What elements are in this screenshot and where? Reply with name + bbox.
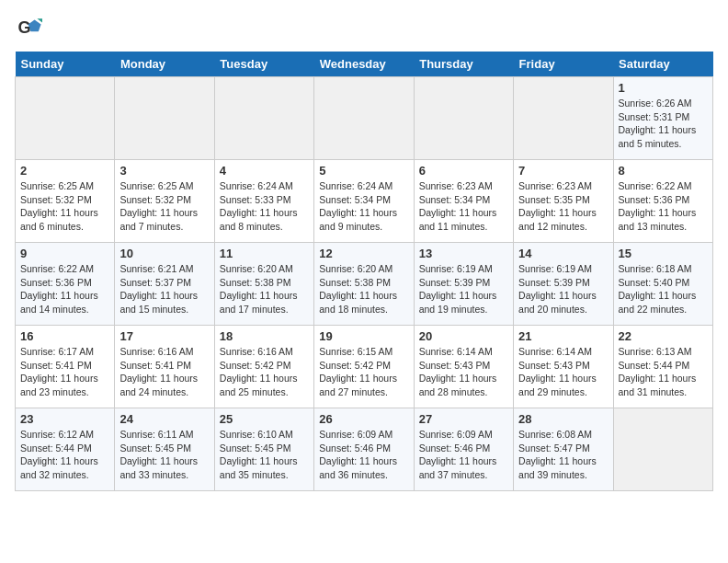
day-number: 14 [518,247,608,260]
day-cell: 3Sunrise: 6:25 AM Sunset: 5:32 PM Daylig… [115,160,214,243]
day-number: 11 [220,247,309,260]
day-number: 8 [619,164,708,178]
day-cell: 9Sunrise: 6:22 AM Sunset: 5:36 PM Daylig… [16,243,115,326]
day-cell [613,408,712,491]
day-number: 28 [518,412,608,426]
day-info: Sunrise: 6:15 AM Sunset: 5:42 PM Dayligh… [319,345,408,399]
day-info: Sunrise: 6:08 AM Sunset: 5:47 PM Dayligh… [518,428,608,482]
day-cell: 24Sunrise: 6:11 AM Sunset: 5:45 PM Dayli… [115,408,214,491]
col-header-thursday: Thursday [414,52,513,77]
day-info: Sunrise: 6:20 AM Sunset: 5:38 PM Dayligh… [220,262,309,316]
day-number: 15 [619,247,708,260]
day-number: 4 [220,164,309,178]
day-cell: 10Sunrise: 6:21 AM Sunset: 5:37 PM Dayli… [115,243,214,326]
col-header-monday: Monday [115,52,214,77]
day-number: 1 [619,81,708,95]
day-cell: 19Sunrise: 6:15 AM Sunset: 5:42 PM Dayli… [314,326,414,408]
day-info: Sunrise: 6:21 AM Sunset: 5:37 PM Dayligh… [119,262,209,316]
day-info: Sunrise: 6:24 AM Sunset: 5:33 PM Dayligh… [220,179,309,234]
day-info: Sunrise: 6:24 AM Sunset: 5:34 PM Dayligh… [319,179,408,234]
day-cell: 1Sunrise: 6:26 AM Sunset: 5:31 PM Daylig… [613,77,712,160]
day-cell: 14Sunrise: 6:19 AM Sunset: 5:39 PM Dayli… [514,243,613,326]
day-number: 10 [119,247,209,260]
day-number: 18 [220,329,309,343]
day-info: Sunrise: 6:19 AM Sunset: 5:39 PM Dayligh… [419,262,508,316]
day-cell [115,77,214,160]
week-row-1: 1Sunrise: 6:26 AM Sunset: 5:31 PM Daylig… [16,77,713,160]
day-number: 23 [20,412,109,426]
day-cell: 16Sunrise: 6:17 AM Sunset: 5:41 PM Dayli… [16,326,115,408]
calendar-table: SundayMondayTuesdayWednesdayThursdayFrid… [15,52,713,491]
day-info: Sunrise: 6:09 AM Sunset: 5:46 PM Dayligh… [319,428,408,482]
day-cell: 12Sunrise: 6:20 AM Sunset: 5:38 PM Dayli… [314,243,414,326]
day-cell: 6Sunrise: 6:23 AM Sunset: 5:34 PM Daylig… [414,160,513,243]
day-info: Sunrise: 6:14 AM Sunset: 5:43 PM Dayligh… [518,345,608,399]
day-info: Sunrise: 6:09 AM Sunset: 5:46 PM Dayligh… [419,428,508,482]
day-cell: 20Sunrise: 6:14 AM Sunset: 5:43 PM Dayli… [414,326,513,408]
header: G [15,15,713,40]
day-info: Sunrise: 6:25 AM Sunset: 5:32 PM Dayligh… [119,179,209,234]
day-cell [214,77,313,160]
day-cell: 22Sunrise: 6:13 AM Sunset: 5:44 PM Dayli… [613,326,712,408]
logo-icon: G [17,15,42,40]
day-cell: 2Sunrise: 6:25 AM Sunset: 5:32 PM Daylig… [16,160,115,243]
day-info: Sunrise: 6:25 AM Sunset: 5:32 PM Dayligh… [20,179,109,234]
day-cell [16,77,115,160]
day-number: 2 [20,164,109,178]
day-info: Sunrise: 6:22 AM Sunset: 5:36 PM Dayligh… [20,262,109,316]
day-info: Sunrise: 6:12 AM Sunset: 5:44 PM Dayligh… [20,428,109,482]
day-cell: 25Sunrise: 6:10 AM Sunset: 5:45 PM Dayli… [214,408,313,491]
day-number: 17 [119,329,209,343]
day-info: Sunrise: 6:23 AM Sunset: 5:34 PM Dayligh… [419,179,508,234]
day-number: 20 [419,329,508,343]
day-cell [314,77,414,160]
day-info: Sunrise: 6:26 AM Sunset: 5:31 PM Dayligh… [619,97,708,151]
day-cell: 15Sunrise: 6:18 AM Sunset: 5:40 PM Dayli… [613,243,712,326]
day-info: Sunrise: 6:19 AM Sunset: 5:39 PM Dayligh… [518,262,608,316]
day-info: Sunrise: 6:18 AM Sunset: 5:40 PM Dayligh… [619,262,708,316]
day-cell: 26Sunrise: 6:09 AM Sunset: 5:46 PM Dayli… [314,408,414,491]
day-cell [514,77,613,160]
week-row-3: 9Sunrise: 6:22 AM Sunset: 5:36 PM Daylig… [16,243,713,326]
day-cell: 18Sunrise: 6:16 AM Sunset: 5:42 PM Dayli… [214,326,313,408]
svg-text:G: G [17,18,30,37]
col-header-wednesday: Wednesday [314,52,414,77]
day-number: 25 [220,412,309,426]
day-number: 12 [319,247,408,260]
day-cell: 4Sunrise: 6:24 AM Sunset: 5:33 PM Daylig… [214,160,313,243]
day-number: 26 [319,412,408,426]
day-cell: 7Sunrise: 6:23 AM Sunset: 5:35 PM Daylig… [514,160,613,243]
day-info: Sunrise: 6:22 AM Sunset: 5:36 PM Dayligh… [619,179,708,234]
day-cell: 8Sunrise: 6:22 AM Sunset: 5:36 PM Daylig… [613,160,712,243]
day-info: Sunrise: 6:11 AM Sunset: 5:45 PM Dayligh… [119,428,209,482]
col-header-saturday: Saturday [613,52,712,77]
week-row-5: 23Sunrise: 6:12 AM Sunset: 5:44 PM Dayli… [16,408,713,491]
day-cell: 13Sunrise: 6:19 AM Sunset: 5:39 PM Dayli… [414,243,513,326]
day-info: Sunrise: 6:17 AM Sunset: 5:41 PM Dayligh… [20,345,109,399]
day-number: 22 [619,329,708,343]
header-row: SundayMondayTuesdayWednesdayThursdayFrid… [16,52,713,77]
day-number: 7 [518,164,608,178]
day-number: 27 [419,412,508,426]
day-info: Sunrise: 6:13 AM Sunset: 5:44 PM Dayligh… [619,345,708,399]
day-number: 21 [518,329,608,343]
week-row-4: 16Sunrise: 6:17 AM Sunset: 5:41 PM Dayli… [16,326,713,408]
day-info: Sunrise: 6:20 AM Sunset: 5:38 PM Dayligh… [319,262,408,316]
day-info: Sunrise: 6:14 AM Sunset: 5:43 PM Dayligh… [419,345,508,399]
day-cell: 21Sunrise: 6:14 AM Sunset: 5:43 PM Dayli… [514,326,613,408]
logo: G [15,15,42,40]
day-cell [414,77,513,160]
day-number: 19 [319,329,408,343]
week-row-2: 2Sunrise: 6:25 AM Sunset: 5:32 PM Daylig… [16,160,713,243]
day-number: 24 [119,412,209,426]
day-cell: 11Sunrise: 6:20 AM Sunset: 5:38 PM Dayli… [214,243,313,326]
day-info: Sunrise: 6:23 AM Sunset: 5:35 PM Dayligh… [518,179,608,234]
day-number: 6 [419,164,508,178]
day-cell: 17Sunrise: 6:16 AM Sunset: 5:41 PM Dayli… [115,326,214,408]
col-header-tuesday: Tuesday [214,52,313,77]
col-header-friday: Friday [514,52,613,77]
day-info: Sunrise: 6:16 AM Sunset: 5:41 PM Dayligh… [119,345,209,399]
day-number: 16 [20,329,109,343]
day-number: 13 [419,247,508,260]
day-info: Sunrise: 6:16 AM Sunset: 5:42 PM Dayligh… [220,345,309,399]
